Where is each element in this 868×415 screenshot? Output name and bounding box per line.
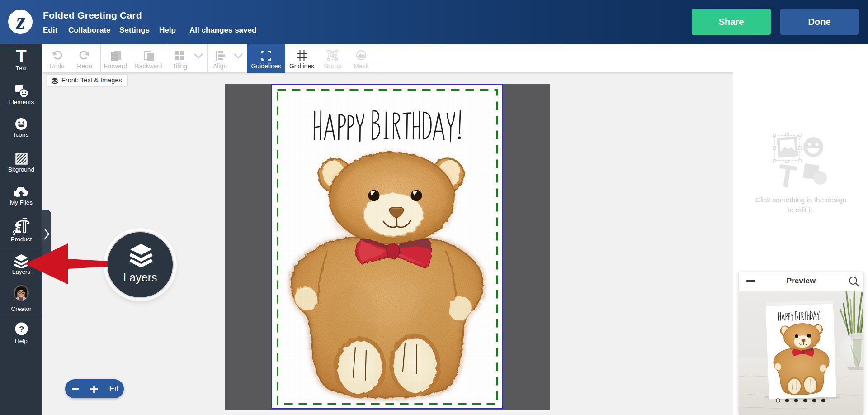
svg-text:?: ? xyxy=(19,324,24,334)
svg-text:z: z xyxy=(15,10,26,34)
